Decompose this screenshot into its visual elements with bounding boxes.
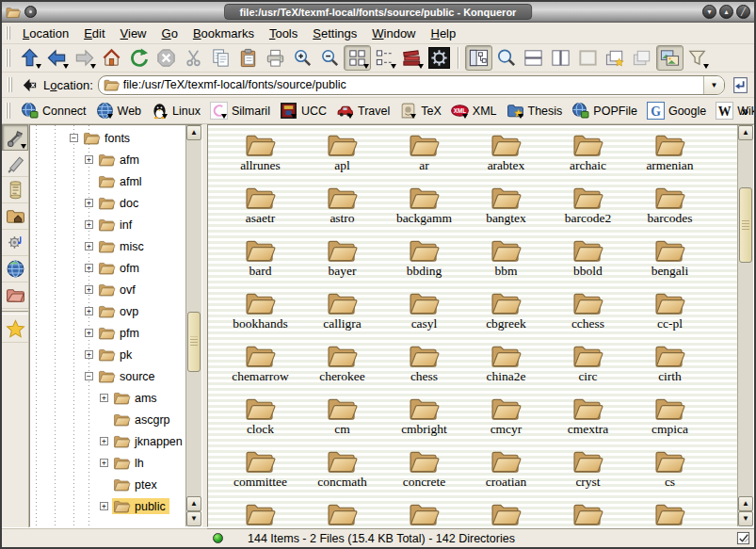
sticky-button[interactable]: [24, 6, 37, 18]
bookmark-thesis[interactable]: Thesis: [502, 100, 568, 122]
menu-tools[interactable]: Tools: [263, 24, 304, 42]
expand-expander-icon[interactable]: +: [100, 394, 108, 402]
copy-button[interactable]: [207, 45, 234, 71]
zoom-in-button[interactable]: [289, 45, 316, 71]
folder-circ[interactable]: circ: [547, 340, 629, 393]
folder-concrete[interactable]: concrete: [383, 445, 465, 498]
sidebar-tab-bookmarks[interactable]: [2, 316, 28, 343]
tree-item-public[interactable]: +public: [30, 495, 185, 517]
menu-bookmarks[interactable]: Bookmarks: [186, 24, 261, 42]
sidebar-tab-configure-panel[interactable]: [2, 124, 28, 151]
folder-concmath[interactable]: concmath: [301, 445, 383, 498]
new-tab-button[interactable]: [602, 45, 629, 71]
minimize-button[interactable]: ▾: [702, 5, 716, 19]
folder-cirth[interactable]: cirth: [629, 340, 711, 393]
tree-item-afm[interactable]: +afm: [30, 149, 185, 170]
overflow-chevron[interactable]: »: [741, 104, 748, 119]
expand-expander-icon[interactable]: +: [100, 459, 108, 467]
folder-asaetr[interactable]: asaetr: [219, 182, 301, 234]
bookmark-ucc[interactable]: UCC: [275, 100, 331, 122]
menu-edit[interactable]: Edit: [77, 24, 111, 42]
sidebar-tab-history[interactable]: [2, 177, 28, 203]
menu-view[interactable]: View: [114, 24, 153, 42]
expand-expander-icon[interactable]: +: [85, 199, 93, 207]
scroll-down-button[interactable]: ▼: [738, 511, 753, 526]
folder-chess[interactable]: chess: [383, 340, 465, 393]
clear-location-icon[interactable]: [21, 76, 39, 94]
bookmark-wikipedia[interactable]: WWikipedia: [711, 100, 756, 122]
bookmark-connect[interactable]: Connect: [16, 100, 91, 122]
tree-item-jknappen[interactable]: +jknappen: [30, 430, 185, 452]
tree-item-afml[interactable]: afml: [30, 170, 185, 192]
folder-cmextra[interactable]: cmextra: [547, 393, 629, 445]
bookmark-google[interactable]: GGoogle: [642, 100, 711, 122]
toolbar-handle[interactable]: [6, 26, 12, 40]
folder-bbding[interactable]: bbding: [383, 234, 465, 287]
folder-cmbright[interactable]: cmbright: [383, 393, 465, 445]
scroll-down-button[interactable]: ▼: [186, 511, 201, 526]
menu-go[interactable]: Go: [155, 24, 185, 42]
location-input[interactable]: file:/usr/TeX/texmf-local/fonts/source/p…: [123, 78, 703, 91]
bookmark-tex[interactable]: TeX: [394, 100, 446, 122]
folder-bengali[interactable]: bengali: [629, 234, 711, 287]
folder-cbgreek[interactable]: cbgreek: [465, 287, 547, 340]
expand-expander-icon[interactable]: +: [85, 220, 93, 229]
toolbar-handle[interactable]: [6, 49, 12, 67]
back-button[interactable]: [43, 45, 71, 71]
folder-allrunes[interactable]: allrunes: [219, 129, 301, 182]
folder-cherokee[interactable]: cherokee: [301, 340, 383, 393]
toolbar-handle[interactable]: [8, 77, 14, 93]
folder-cc-pl[interactable]: cc-pl: [629, 287, 711, 340]
folder-archaic[interactable]: archaic: [547, 129, 629, 182]
folder-ar[interactable]: ar: [383, 129, 465, 182]
bookmark-travel[interactable]: Travel: [331, 100, 394, 122]
tree-item-doc[interactable]: +doc: [30, 192, 185, 214]
sidebar-tab-home-folder[interactable]: [2, 203, 28, 230]
folder-cchess[interactable]: cchess: [547, 287, 629, 340]
filter-button[interactable]: [684, 45, 711, 71]
folder-partial[interactable]: [219, 498, 301, 526]
folder-armenian[interactable]: armenian: [629, 129, 711, 182]
tree-item-ptex[interactable]: ptex: [30, 474, 185, 495]
location-combobox[interactable]: file:/usr/TeX/texmf-local/fonts/source/p…: [98, 75, 725, 95]
paste-button[interactable]: [234, 45, 262, 71]
folder-casyl[interactable]: casyl: [383, 287, 465, 340]
folder-partial[interactable]: [301, 498, 383, 526]
list-view-button[interactable]: [371, 45, 398, 71]
bookmark-linux[interactable]: Linux: [146, 100, 205, 122]
folder-clock[interactable]: clock: [219, 393, 301, 445]
folder-barcode2[interactable]: barcode2: [547, 182, 629, 234]
maximize-button[interactable]: ▴: [719, 5, 733, 19]
expand-expander-icon[interactable]: +: [85, 285, 93, 294]
expand-expander-icon[interactable]: +: [85, 242, 93, 250]
folder-apl[interactable]: apl: [301, 129, 383, 182]
view-scrollbar[interactable]: ▲ ▲ ▼: [737, 125, 753, 526]
folder-bbold[interactable]: bbold: [547, 234, 629, 287]
tree-item-misc[interactable]: +misc: [30, 235, 185, 257]
folder-cs[interactable]: cs: [629, 445, 711, 498]
expand-expander-icon[interactable]: +: [100, 437, 108, 445]
scroll-up-button[interactable]: ▲: [738, 496, 753, 511]
folder-partial[interactable]: [465, 498, 547, 526]
folder-partial[interactable]: [547, 498, 629, 526]
home-button[interactable]: [98, 45, 125, 71]
sidebar-tab-root-folder[interactable]: [2, 283, 28, 309]
folder-bayer[interactable]: bayer: [301, 234, 383, 287]
tree-item-ascgrp[interactable]: ascgrp: [30, 409, 185, 430]
scroll-up-button[interactable]: ▲: [738, 125, 753, 140]
tree-item-ovp[interactable]: +ovp: [30, 300, 185, 322]
collapse-expander-icon[interactable]: −: [85, 372, 93, 380]
tree-item-ofm[interactable]: +ofm: [30, 257, 185, 279]
reload-button[interactable]: [125, 45, 153, 71]
folder-backgamm[interactable]: backgamm: [383, 182, 465, 234]
bookmarks-menu-button[interactable]: [398, 45, 426, 71]
expand-expander-icon[interactable]: +: [85, 307, 93, 315]
tree-item-source[interactable]: −source: [30, 365, 185, 387]
toolbar-handle[interactable]: [6, 103, 12, 120]
scrollbar-thumb[interactable]: [187, 312, 201, 372]
folder-partial[interactable]: [383, 498, 465, 526]
sidebar-tab-services[interactable]: [2, 230, 28, 256]
scroll-up-button[interactable]: ▲: [186, 125, 201, 140]
go-button[interactable]: [731, 75, 750, 95]
selection-indicator-icon[interactable]: [736, 531, 750, 545]
